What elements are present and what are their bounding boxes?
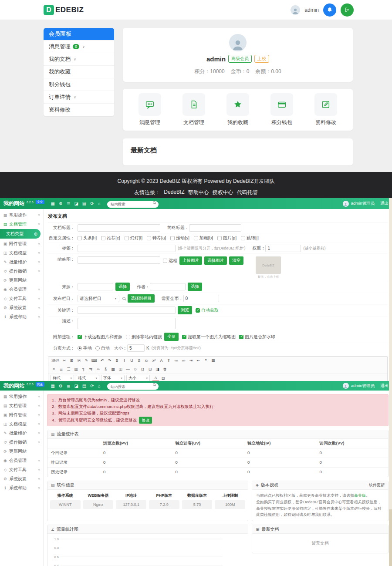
toolbar-icon[interactable]: ⌂ [98, 384, 101, 388]
checkbox[interactable] [170, 236, 175, 240]
doc-title-input[interactable] [78, 224, 160, 232]
checkbox[interactable] [241, 236, 245, 240]
editor-icon[interactable]: A [158, 357, 165, 364]
admin-search-input[interactable] [107, 383, 159, 390]
sidebar-item[interactable]: 消息管理 0 ∨ [44, 40, 114, 53]
notifications-button[interactable] [323, 3, 336, 17]
editor-icon[interactable]: ⎘ [76, 357, 82, 364]
editor-icon[interactable]: S [136, 357, 142, 364]
admin-sidebar-item[interactable]: ▣ 附件管理 ∨ [0, 239, 43, 248]
editor-select[interactable]: 大小▾ [126, 375, 150, 381]
toolbar-icon[interactable]: ⟳ [90, 201, 94, 206]
admin-brand[interactable]: 我的网站 [3, 200, 24, 207]
editor-icon[interactable]: — [125, 366, 131, 373]
editor-icon[interactable]: I [121, 357, 128, 364]
software-update-link[interactable]: 软件更新 [369, 482, 385, 488]
editor-icon[interactable]: ☰ [65, 366, 72, 373]
editor-icon[interactable]: ⌨ [91, 357, 98, 364]
admin-sidebar-item-doc-type[interactable]: 文档类型 ⊕ [0, 229, 41, 239]
logout-button[interactable] [341, 3, 354, 17]
toolbar-icon[interactable]: ▦ [51, 201, 55, 206]
admin-sidebar-item[interactable]: ◇ 支付工具 ∨ [0, 465, 43, 474]
admin-sidebar-item[interactable]: ◉ 会员管理 ∨ [0, 285, 43, 294]
commercial-link[interactable]: 商业版 [354, 493, 366, 498]
admin-sidebar-item[interactable]: ↺ 操作撤销 ∨ [0, 438, 43, 447]
toolbar-icon[interactable]: ⚙ [59, 384, 63, 388]
footer-link[interactable]: 代码托管 [237, 189, 258, 196]
checkbox-checked[interactable] [196, 308, 200, 313]
paging-manual-item[interactable]: 手动 [78, 345, 92, 351]
attr-checkbox-item[interactable]: 图片[p] [217, 235, 237, 241]
search-icon[interactable] [122, 297, 125, 300]
admin-sidebar-item[interactable]: ▦ 常用操作 ∨ [0, 392, 43, 401]
editor-icon[interactable]: ◨ [154, 366, 161, 373]
fix-button[interactable]: 修改 [139, 417, 152, 424]
toolbar-icon[interactable]: ◪ [74, 384, 78, 388]
sidebar-item[interactable]: 积分钱包 [44, 78, 114, 91]
short-title-input[interactable] [189, 224, 241, 232]
upload-image-button[interactable]: 上传图片 [179, 256, 202, 265]
checkbox[interactable] [147, 236, 151, 240]
attr-checkbox-item[interactable]: 跳转[j] [241, 235, 259, 241]
editor-icon[interactable]: ▥ [73, 366, 79, 373]
search-icon[interactable] [153, 383, 155, 386]
editor-icon[interactable]: ≡ [51, 366, 57, 373]
attr-checkbox-item[interactable]: 幻灯[f] [125, 235, 142, 241]
footer-link[interactable]: 帮助中心 [188, 189, 209, 196]
editor-icon[interactable]: ✎ [83, 357, 90, 364]
admin-avatar[interactable] [343, 383, 349, 389]
checkbox[interactable] [194, 236, 198, 240]
dedebiz-logo[interactable]: D EDEBIZ [44, 5, 84, 15]
clear-button[interactable]: 清空 [229, 256, 243, 265]
author-select-button[interactable]: 选择 [188, 283, 202, 291]
shortcut-edit-profile[interactable]: 资料修改 [314, 93, 337, 126]
toolbar-icon[interactable]: ▦ [51, 384, 55, 388]
radio-selected[interactable] [78, 346, 82, 350]
editor-icon[interactable]: ⊞ [68, 357, 75, 364]
checkbox[interactable] [126, 335, 130, 339]
weight-input[interactable] [265, 245, 301, 252]
editor-icon[interactable]: ✂ [61, 357, 68, 364]
user-avatar[interactable] [291, 5, 300, 15]
editor-icon[interactable]: ↷ [106, 357, 113, 364]
sidebar-item[interactable]: 资料修改 [44, 104, 114, 116]
opt-first-img-item[interactable]: 提取第一个图片为缩略图 [182, 334, 236, 340]
shortcut-wallet[interactable]: 积分钱包 [270, 93, 293, 126]
author-input[interactable] [150, 283, 186, 290]
paging-auto-item[interactable]: 自动 [95, 345, 110, 351]
plus-circle-icon[interactable]: ⊕ [34, 232, 37, 236]
user-name[interactable]: admin [304, 7, 319, 13]
radio[interactable] [95, 346, 100, 350]
admin-sidebar-item[interactable]: ✎ 批量维护 ∨ [0, 428, 43, 438]
checkbox[interactable] [101, 236, 105, 240]
editor-icon[interactable]: Ω [139, 366, 146, 373]
opt-download-item[interactable]: 下载远程图片和资源 [78, 334, 122, 340]
opt-delete-item[interactable]: 删除非站内链接 [126, 334, 162, 340]
description-textarea[interactable] [78, 318, 176, 329]
admin-sidebar-item[interactable]: ↺ 操作撤销 ∨ [0, 266, 43, 276]
footer-link[interactable]: 授权中心 [213, 189, 233, 196]
footer-link[interactable]: DedeBIZ [164, 189, 184, 196]
editor-icon[interactable]: U [128, 357, 135, 364]
admin-user-name[interactable]: admin管理员 [351, 383, 375, 389]
attr-checkbox-item[interactable]: 头条[h] [78, 235, 97, 241]
editor-icon[interactable]: § [102, 366, 109, 373]
coin-input[interactable] [183, 295, 219, 302]
sidebar-item[interactable]: 我的收藏 [44, 66, 114, 78]
attr-checkbox-item[interactable]: 推荐[c] [101, 235, 120, 241]
attr-checkbox-item[interactable]: 特荐[a] [147, 235, 166, 241]
editor-icon[interactable]: ▦ [110, 366, 116, 373]
attr-checkbox-item[interactable]: 滚动[s] [170, 235, 189, 241]
admin-brand[interactable]: 我的网站 [3, 382, 24, 390]
editor-icon[interactable]: ✿ [162, 366, 168, 373]
editor-icon[interactable]: ≕ [180, 357, 187, 364]
variable-button[interactable]: 变量 [164, 333, 179, 341]
sidebar-item-member-panel[interactable]: 会员面板 [44, 28, 114, 40]
shortcut-favorites[interactable]: 我的收藏 [226, 93, 249, 126]
admin-sidebar-item[interactable]: ▦ 常用操作 ∨ [0, 210, 43, 219]
admin-sidebar-item[interactable]: ⚙ 系统设置 ∨ [0, 474, 43, 483]
admin-sidebar-item-docs[interactable]: ▤ 文档管理 ∨ [0, 219, 43, 229]
toolbar-icon[interactable]: ◪ [74, 201, 78, 206]
source-select-button[interactable]: 选择 [115, 283, 130, 291]
search-icon[interactable] [153, 201, 155, 204]
